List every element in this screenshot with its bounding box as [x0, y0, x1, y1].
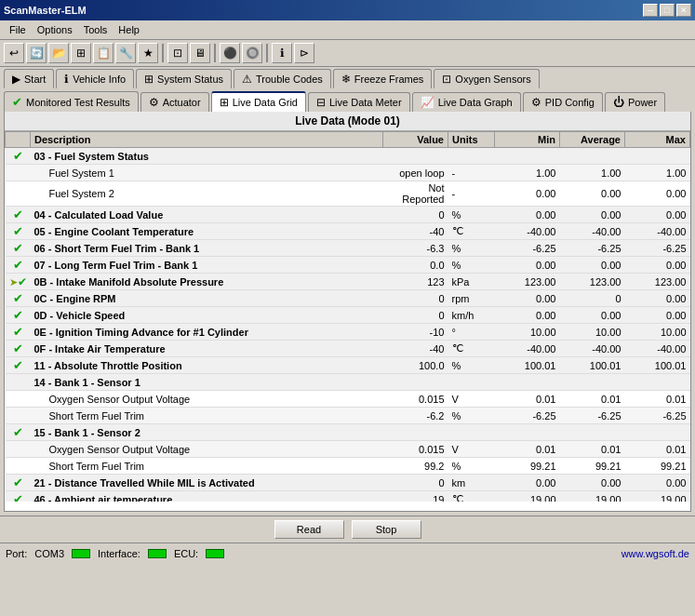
menu-help[interactable]: Help — [113, 22, 145, 37]
row-units: ℃ — [448, 491, 495, 502]
check-icon: ✔ — [13, 475, 23, 489]
table-row: ✔0C - Engine RPM0rpm0.0000.00 — [6, 290, 690, 307]
row-min: 0.00 — [495, 475, 560, 491]
tab-row-2: ✔ Monitored Test Results ⚙ Actuator ⊞ Li… — [0, 89, 695, 112]
graph-icon: 📈 — [421, 96, 434, 109]
table-row: Fuel System 2Not Reported-0.000.000.00 — [6, 181, 690, 207]
row-description: Fuel System 1 — [31, 165, 383, 181]
row-value: -40 — [383, 223, 448, 240]
tab-power[interactable]: ⏻ Power — [605, 92, 665, 112]
toolbar-btn-1[interactable]: ↩ — [4, 43, 24, 63]
row-status: ✔ — [6, 223, 31, 240]
tab-start[interactable]: ▶ Start — [4, 69, 54, 88]
row-status: ✔ — [6, 148, 31, 165]
window-controls: ─ □ ✕ — [643, 4, 691, 17]
row-units: ° — [448, 324, 495, 341]
menu-tools[interactable]: Tools — [78, 22, 114, 37]
tab-trouble-codes[interactable]: ⚠ Trouble Codes — [234, 69, 331, 88]
toolbar-btn-8[interactable]: ⊡ — [167, 43, 188, 63]
row-description: Oxygen Sensor Output Voltage — [31, 441, 383, 458]
toolbar-separator-1 — [162, 44, 164, 62]
row-status: ✔ — [6, 357, 31, 374]
row-min: 0.00 — [495, 307, 560, 324]
stop-button[interactable]: Stop — [352, 520, 421, 539]
menu-options[interactable]: Options — [32, 22, 78, 37]
row-units: % — [448, 257, 495, 274]
row-status: ✔ — [6, 307, 31, 324]
row-min: 123.00 — [495, 274, 560, 290]
port-value: COM3 — [34, 548, 64, 559]
toolbar-btn-10[interactable]: ⚫ — [220, 43, 240, 63]
toolbar-btn-6[interactable]: 🔧 — [115, 43, 136, 63]
tab-live-data-grid[interactable]: ⊞ Live Data Grid — [211, 91, 306, 112]
table-row: ➤✔0B - Intake Manifold Absolute Pressure… — [6, 274, 690, 290]
read-button[interactable]: Read — [274, 520, 344, 539]
minimize-button[interactable]: ─ — [643, 4, 658, 17]
toolbar-btn-5[interactable]: 📋 — [93, 43, 114, 63]
row-max: 0.00 — [625, 290, 690, 307]
row-value: 0 — [383, 290, 448, 307]
tab-vehicle-info[interactable]: ℹ Vehicle Info — [56, 69, 134, 88]
row-units: V — [448, 391, 495, 408]
close-button[interactable]: ✕ — [676, 4, 691, 17]
row-max: 0.00 — [625, 257, 690, 274]
row-max: 1.00 — [625, 165, 690, 181]
col-header-value: Value — [383, 132, 448, 148]
check-icon: ✔ — [18, 275, 27, 288]
start-icon: ▶ — [12, 73, 20, 86]
row-units: % — [448, 408, 495, 424]
status-bar: Port: COM3 Interface: ECU: www.wgsoft.de — [0, 542, 695, 563]
row-units: rpm — [448, 290, 495, 307]
row-value: -40 — [383, 341, 448, 357]
ecu-led — [206, 549, 224, 558]
row-average: -40.00 — [560, 223, 625, 240]
row-min: 0.01 — [495, 391, 560, 408]
toolbar-btn-11[interactable]: 🔘 — [242, 43, 262, 63]
row-units: km — [448, 475, 495, 491]
toolbar-btn-12[interactable]: ℹ — [272, 43, 292, 63]
row-max: 0.00 — [625, 307, 690, 324]
row-average: 0 — [560, 290, 625, 307]
col-header-description: Description — [31, 132, 383, 148]
table-row: ✔0E - Ignition Timing Advance for #1 Cyl… — [6, 324, 690, 341]
row-average: 0.00 — [560, 181, 625, 207]
tab-live-data-meter[interactable]: ⊟ Live Data Meter — [308, 92, 410, 112]
row-units — [448, 374, 495, 391]
toolbar-btn-4[interactable]: ⊞ — [71, 43, 91, 63]
menu-file[interactable]: File — [4, 22, 32, 37]
row-min: 0.00 — [495, 257, 560, 274]
row-description: Fuel System 2 — [31, 181, 383, 207]
table-row: ✔06 - Short Term Fuel Trim - Bank 1-6.3%… — [6, 240, 690, 257]
table-row: ✔05 - Engine Coolant Temperature-40℃-40.… — [6, 223, 690, 240]
toolbar-btn-2[interactable]: 🔄 — [26, 43, 47, 63]
row-units: ℃ — [448, 341, 495, 357]
tab-system-status[interactable]: ⊞ System Status — [136, 69, 232, 88]
tab-oxygen-sensors[interactable]: ⊡ Oxygen Sensors — [434, 69, 539, 88]
tab-pid-config[interactable]: ⚙ PID Config — [523, 92, 603, 112]
check-icon: ✔ — [12, 95, 22, 109]
row-value: 0.015 — [383, 391, 448, 408]
tab-live-data-graph[interactable]: 📈 Live Data Graph — [412, 92, 521, 112]
row-min: 0.01 — [495, 441, 560, 458]
row-status — [6, 408, 31, 424]
warning-icon: ⚠ — [242, 73, 252, 86]
row-average: 0.01 — [560, 391, 625, 408]
toolbar-btn-9[interactable]: 🖥 — [190, 43, 210, 63]
info-icon: ℹ — [64, 73, 69, 86]
tab-freeze-frames[interactable]: ❄ Freeze Frames — [333, 69, 433, 88]
row-value: -6.3 — [383, 240, 448, 257]
row-min: -40.00 — [495, 341, 560, 357]
maximize-button[interactable]: □ — [660, 4, 675, 17]
bottom-bar: Read Stop — [0, 516, 695, 542]
row-average: -6.25 — [560, 240, 625, 257]
row-description: 07 - Long Term Fuel Trim - Bank 1 — [31, 257, 383, 274]
row-average — [560, 148, 625, 165]
tab-actuator[interactable]: ⚙ Actuator — [140, 92, 209, 112]
toolbar-btn-3[interactable]: 📂 — [48, 43, 69, 63]
table-row: Oxygen Sensor Output Voltage0.015V0.010.… — [6, 441, 690, 458]
toolbar-btn-13[interactable]: ⊳ — [294, 43, 314, 63]
row-max: 19.00 — [625, 491, 690, 502]
tab-monitored-test-results[interactable]: ✔ Monitored Test Results — [4, 91, 139, 112]
row-average: 123.00 — [560, 274, 625, 290]
toolbar-btn-7[interactable]: ★ — [138, 43, 158, 63]
